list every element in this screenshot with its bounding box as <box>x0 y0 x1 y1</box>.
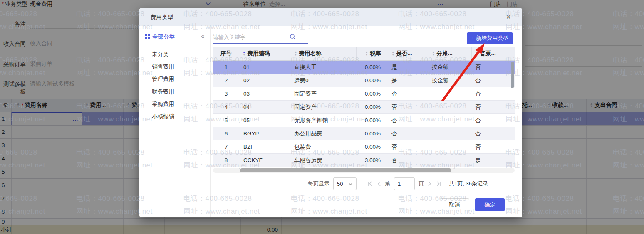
per-page-select[interactable]: 50 <box>333 177 357 190</box>
sort-icon[interactable]: ▲▼ <box>391 51 394 56</box>
sidebar-all-categories[interactable]: 全部分类 <box>145 33 175 41</box>
col-fee-name[interactable]: ▲▼费用名称 <box>292 47 357 60</box>
col-seq: 序号 <box>213 47 239 60</box>
table-vertical-scrollbar[interactable] <box>511 62 514 88</box>
per-page-label: 每页显示 <box>308 180 329 187</box>
search-icon[interactable] <box>290 34 296 42</box>
sort-icon[interactable]: ▲▼ <box>294 51 297 56</box>
sort-icon[interactable]: ▲▼ <box>365 51 368 56</box>
modal-footer: 取消 确定 <box>440 198 505 211</box>
col-is[interactable]: ▲▼是否... <box>386 47 430 60</box>
modal-title: 费用类型 <box>150 8 173 26</box>
sort-icon[interactable]: ▲▼ <box>432 51 435 56</box>
expense-type-row[interactable]: 6BGYP办公用品费0.00%否否 <box>213 127 515 140</box>
expense-type-row[interactable]: 8CCKYF车船客运费3.00%否是 <box>213 154 515 167</box>
sidebar-item-sales-expense[interactable]: 销售费用 <box>152 62 174 71</box>
search-field[interactable] <box>213 32 308 44</box>
cancel-button[interactable]: 取消 <box>440 198 469 211</box>
sidebar-divider <box>210 26 211 217</box>
table-horizontal-scrollbar[interactable] <box>213 168 515 173</box>
expense-type-row[interactable]: 101直接人工0.00%是按金额否 <box>213 61 515 74</box>
next-page-icon[interactable] <box>428 181 432 187</box>
search-input[interactable] <box>213 32 292 42</box>
pagination-bar: 每页显示 50 第 页 共1页, 36条记录 <box>308 177 488 191</box>
sidebar-item-unclassified[interactable]: 未分类 <box>152 50 169 59</box>
add-expense-type-button[interactable]: + 新增费用类型 <box>467 32 513 44</box>
page-number-input[interactable] <box>394 177 415 190</box>
col-invoice[interactable]: ▲▼普票... <box>472 47 515 60</box>
col-fee-code[interactable]: ▲▼费用编码 <box>239 47 292 60</box>
expense-type-row[interactable]: 202运费00.00%是按金额否 <box>213 74 515 87</box>
sidebar-collapse-icon[interactable]: « <box>201 32 204 39</box>
first-page-icon[interactable] <box>367 181 373 187</box>
col-tax-rate[interactable]: ▲▼税率 <box>357 47 386 60</box>
page-suffix: 页 <box>419 180 424 187</box>
chevron-down-icon <box>348 182 353 185</box>
sidebar-all-label: 全部分类 <box>152 33 175 41</box>
scrollbar-thumb[interactable] <box>240 168 451 172</box>
sidebar-item-purchase-expense[interactable]: 采购费用 <box>152 100 174 109</box>
table-header-row: 序号 ▲▼费用编码 ▲▼费用名称 ▲▼税率 ▲▼是否... ▲▼分摊... ▲▼… <box>213 47 515 61</box>
close-icon[interactable]: × <box>504 12 513 22</box>
expense-type-row[interactable]: 7BZF包装费0.00%否否 <box>213 140 515 154</box>
page-prefix: 第 <box>385 180 390 187</box>
expense-type-row[interactable]: 505无形资产摊销0.00%否否 <box>213 114 515 127</box>
category-grid-icon <box>145 34 150 40</box>
prev-page-icon[interactable] <box>377 181 381 187</box>
modal-header: 费用类型 × <box>139 8 522 26</box>
col-allocate[interactable]: ▲▼分摊... <box>430 47 472 60</box>
sidebar-item-finance-expense[interactable]: 财务费用 <box>152 87 174 96</box>
sidebar-item-xiaochang-reimburse[interactable]: 小畅报销 <box>152 112 174 121</box>
expense-type-table: 序号 ▲▼费用编码 ▲▼费用名称 ▲▼税率 ▲▼是否... ▲▼分摊... ▲▼… <box>213 47 515 167</box>
app-page: *业务类型 现金费用 往来单位 选择... ... 门店 门店 备注 收入合同 … <box>0 0 644 234</box>
per-page-value: 50 <box>337 181 343 187</box>
sort-icon[interactable]: ▲▼ <box>243 51 245 56</box>
confirm-button[interactable]: 确定 <box>475 198 505 211</box>
sort-icon[interactable]: ▲▼ <box>475 51 478 56</box>
expense-type-row[interactable]: 404固定资产0.00%否否 <box>213 101 515 114</box>
last-page-icon[interactable] <box>436 181 442 187</box>
sidebar-item-admin-expense[interactable]: 管理费用 <box>152 75 174 84</box>
pagination-summary: 共1页, 36条记录 <box>449 180 488 187</box>
expense-type-modal: 费用类型 × 全部分类 « 未分类 销售费用 管理费用 财务费用 采购费用 小畅… <box>139 8 522 217</box>
expense-type-row[interactable]: 303固定资产0.00%否否 <box>213 87 515 101</box>
